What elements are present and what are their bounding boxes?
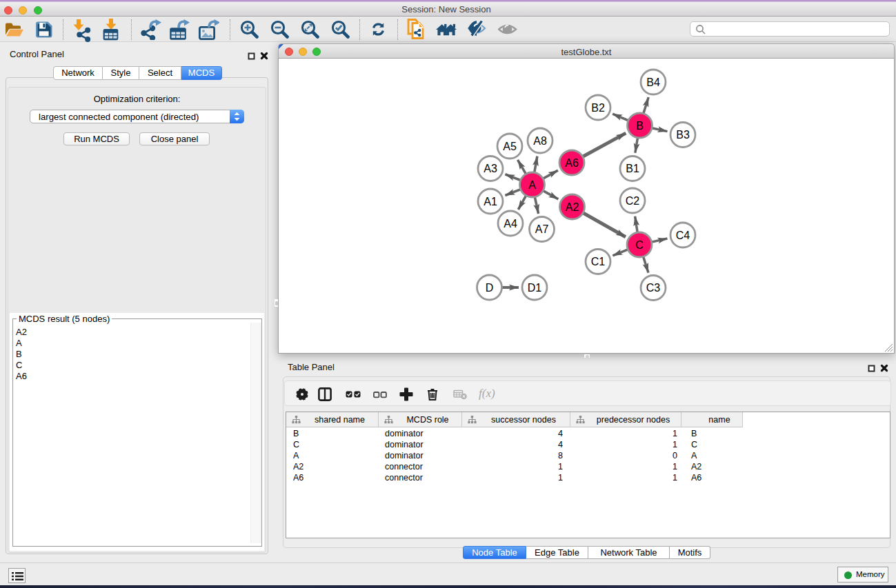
svg-text:A6: A6 bbox=[565, 157, 579, 169]
svg-text:B3: B3 bbox=[676, 129, 690, 141]
svg-text:B: B bbox=[636, 120, 644, 132]
svg-text:A3: A3 bbox=[484, 163, 497, 174]
svg-text:A5: A5 bbox=[503, 141, 517, 152]
svg-text:B2: B2 bbox=[591, 102, 605, 114]
svg-text:C: C bbox=[635, 239, 644, 251]
svg-text:B4: B4 bbox=[646, 77, 660, 88]
svg-text:A1: A1 bbox=[484, 196, 497, 207]
svg-text:D: D bbox=[486, 282, 494, 294]
svg-text:C4: C4 bbox=[676, 230, 690, 241]
svg-text:B1: B1 bbox=[626, 163, 639, 174]
svg-text:A8: A8 bbox=[533, 135, 547, 147]
svg-text:A: A bbox=[528, 179, 536, 191]
svg-text:D1: D1 bbox=[528, 282, 542, 294]
svg-text:A2: A2 bbox=[566, 201, 579, 213]
svg-text:A7: A7 bbox=[535, 223, 549, 235]
svg-text:C3: C3 bbox=[646, 282, 661, 294]
svg-text:C2: C2 bbox=[626, 195, 640, 207]
svg-text:A4: A4 bbox=[504, 218, 517, 230]
svg-text:C1: C1 bbox=[591, 256, 606, 267]
